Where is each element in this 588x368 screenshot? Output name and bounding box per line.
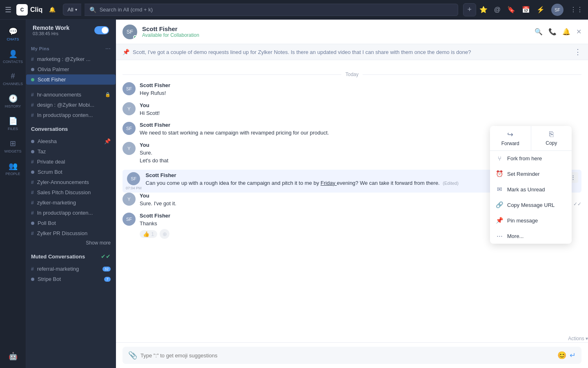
online-status-icon — [31, 78, 34, 81]
pins-section: My Pins ··· # marketing : @Zylker ... Ol… — [26, 41, 116, 87]
bookmark-icon[interactable]: 🔖 — [507, 6, 515, 13]
chat-user-name: Scott Fisher — [142, 25, 530, 32]
actions-label[interactable]: Actions ▾ — [568, 336, 588, 341]
search-input-box[interactable]: 🔍 Search in All (cmd + k) — [85, 4, 458, 16]
star-icon[interactable]: ⭐ — [479, 6, 488, 13]
forward-button[interactable]: ↪ Forward — [490, 126, 531, 150]
conv-zylker-marketing[interactable]: # zylker-marketing — [26, 197, 116, 208]
hamburger-menu[interactable]: ☰ — [5, 5, 11, 14]
workspace-toggle[interactable] — [94, 26, 109, 34]
search-add-button[interactable]: + — [463, 3, 476, 16]
pin-item-olivia[interactable]: Olivia Palmer — [26, 64, 116, 74]
pin-icon: 📌 — [104, 138, 111, 144]
msg-text: Hey Rufus! — [140, 89, 581, 97]
calendar-icon[interactable]: 📅 — [522, 6, 530, 13]
user-avatar-top[interactable]: SF — [551, 4, 564, 16]
pinned-more-icon[interactable]: ⋮ — [574, 47, 581, 56]
conv-sales[interactable]: # Sales Pitch Discussion — [26, 187, 116, 197]
conv-zyler[interactable]: # Zyler-Announcements — [26, 177, 116, 187]
avatar: SF — [122, 82, 136, 95]
attach-file-icon[interactable]: 📎 — [128, 351, 137, 360]
mark-unread-item[interactable]: ✉ Mark as Unread — [490, 182, 572, 197]
bolt-icon[interactable]: ⚡ — [537, 6, 545, 13]
actions-bar: Actions ▾ — [116, 334, 588, 342]
more-options-item[interactable]: ⋯ More... — [490, 228, 572, 244]
search-messages-icon[interactable]: 🔍 — [535, 28, 543, 36]
emoji-picker-icon[interactable]: 😊 — [557, 351, 566, 360]
pin-item-name: marketing : @Zylker ... — [37, 56, 111, 62]
conv-product-content[interactable]: # In product/app conten... — [26, 208, 116, 218]
copy-icon: ⎘ — [549, 130, 554, 139]
conv-private-deal[interactable]: # Private deal — [26, 157, 116, 167]
conv-zylker-pr[interactable]: # Zylker PR Discussion — [26, 228, 116, 238]
muted-check-icon: ✔✔ — [101, 253, 111, 260]
chevron-down-icon: ▾ — [586, 336, 588, 341]
show-more-button[interactable]: Show more — [26, 238, 116, 247]
chats-icon: 💬 — [9, 27, 18, 36]
add-reaction-button[interactable]: ⊕ — [160, 229, 169, 239]
more-icon: ⋯ — [496, 232, 503, 240]
conv-scrum-bot[interactable]: Scrum Bot — [26, 167, 116, 177]
nav-chats[interactable]: 💬 CHATS — [0, 23, 26, 45]
unread-label: Mark as Unread — [507, 186, 545, 193]
pins-header: My Pins ··· — [26, 43, 116, 54]
channel-hr[interactable]: # hr-announcements 🔒 — [26, 90, 116, 100]
read-receipt-icon: ✓✓ — [573, 200, 581, 208]
nav-contacts[interactable]: 👤 CONTACTS — [0, 45, 26, 68]
nav-people[interactable]: 👥 PEOPLE — [0, 157, 26, 180]
chat-user-status: Available for Collaboration — [142, 32, 530, 38]
channel-product[interactable]: # In product/app conten... — [26, 110, 116, 120]
muted-stripe[interactable]: Stripe Bot 7 — [26, 274, 116, 284]
search-filter-dropdown[interactable]: All ▾ — [63, 4, 81, 16]
voice-call-icon[interactable]: 📞 — [548, 28, 557, 36]
conv-aleesha[interactable]: Aleesha 📌 — [26, 136, 116, 146]
conv-name: zylker-marketing — [37, 200, 111, 206]
muted-referral[interactable]: # referral-marketing 32 — [26, 264, 116, 274]
channel-hash-icon: # — [31, 266, 34, 272]
copy-button[interactable]: ⎘ Copy — [531, 126, 572, 150]
pin-label: Pin message — [507, 218, 538, 224]
lock-icon: 🔒 — [105, 92, 111, 97]
nav-widgets[interactable]: ⊞ WIDGETS — [0, 135, 26, 157]
top-icons: ⭐ @ 🔖 📅 ⚡ SF ⋮⋮ — [479, 4, 583, 16]
channel-design[interactable]: # design : @Zylker Mobi... — [26, 100, 116, 110]
pin-item-marketing[interactable]: # marketing : @Zylker ... — [26, 54, 116, 64]
edited-label: (Edited) — [443, 181, 459, 186]
workspace-info: Remote Work 03:38:45 Hrs — [33, 25, 69, 36]
set-reminder-item[interactable]: ⏰ Set Reminder — [490, 166, 572, 182]
conversations-section: Aleesha 📌 Taz # Private deal Scrum Bot # — [26, 134, 116, 250]
pin-item-scott[interactable]: Scott Fisher — [26, 74, 116, 85]
unread-badge: 32 — [102, 267, 111, 272]
notification-icon[interactable]: 🔔 — [562, 28, 570, 36]
table-row: SF Scott Fisher Hey Rufus! — [122, 82, 581, 97]
conv-taz[interactable]: Taz — [26, 146, 116, 157]
send-message-icon[interactable]: ↵ — [570, 351, 576, 360]
conversations-title: Conversations — [26, 123, 116, 134]
pins-more-button[interactable]: ··· — [105, 45, 111, 52]
nav-channels[interactable]: # CHANNELS — [0, 68, 26, 90]
nav-files[interactable]: 📄 FILES — [0, 112, 26, 135]
msg-content: You Hi Scott! — [140, 102, 581, 117]
grid-icon[interactable]: ⋮⋮ — [570, 6, 583, 13]
copy-message-url-item[interactable]: 🔗 Copy Message URL — [490, 197, 572, 213]
nav-settings[interactable]: 🤖 — [9, 348, 18, 365]
close-chat-icon[interactable]: ✕ — [576, 28, 581, 36]
notification-bell[interactable]: 🔔 — [49, 7, 56, 13]
pinned-message-text: Scott, I've got a couple of demo request… — [133, 49, 574, 55]
mention-icon[interactable]: @ — [494, 6, 501, 13]
msg-header: You — [140, 102, 581, 108]
reminder-icon: ⏰ — [496, 170, 503, 177]
pin-message-item[interactable]: 📌 Pin message — [490, 213, 572, 228]
msg-sender: Scott Fisher — [140, 213, 170, 219]
history-icon: 🕐 — [9, 94, 18, 103]
fork-from-here-item[interactable]: ⑂ Fork from here — [490, 151, 572, 166]
conv-poll-bot[interactable]: Poll Bot — [26, 218, 116, 228]
nav-history[interactable]: 🕐 HISTORY — [0, 90, 26, 112]
conv-name: Poll Bot — [38, 220, 111, 226]
chat-user-avatar: SF — [122, 25, 137, 39]
reaction-button[interactable]: 👍 1 — [140, 230, 157, 238]
msg-time: 07:04 PM — [126, 186, 142, 190]
message-input[interactable] — [140, 352, 554, 359]
message-input-row: 📎 😊 ↵ — [122, 347, 581, 364]
avatar: Y — [122, 193, 136, 206]
